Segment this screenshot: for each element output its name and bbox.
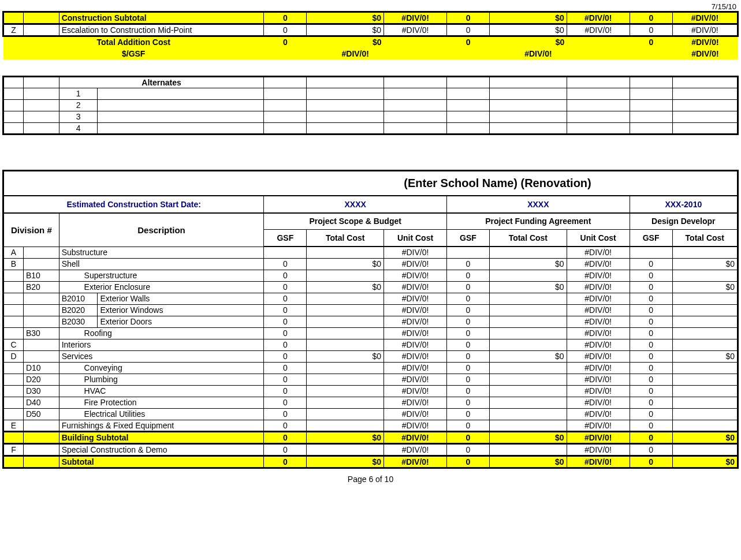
cell (23, 304, 59, 316)
cell: B2020 (59, 304, 98, 316)
cell: 0 (630, 420, 672, 431)
cell (446, 247, 489, 258)
cell: #DIV/0! (384, 12, 447, 24)
cell (672, 316, 738, 327)
cell: 0 (264, 24, 307, 36)
cell: 0 (264, 304, 307, 316)
cell (23, 350, 59, 362)
construction-subtotal-label: Construction Subtotal (59, 12, 264, 24)
cell: 0 (264, 270, 307, 281)
cell (490, 443, 567, 456)
dd-header: Design Developr (630, 213, 738, 229)
cell: 0 (446, 362, 489, 374)
cell (672, 270, 738, 281)
cell: $0 (307, 281, 384, 293)
cell: Exterior Windows (98, 304, 264, 316)
cell: $0 (490, 24, 567, 36)
cell: $0 (307, 456, 384, 468)
alt-num: 2 (59, 99, 98, 111)
cell (490, 374, 567, 385)
cell: 0 (447, 36, 490, 48)
cell: 0 (446, 431, 489, 443)
cell: B20 (23, 281, 59, 293)
cell: 0 (446, 397, 489, 408)
cell: 0 (264, 327, 307, 339)
cell: D50 (23, 408, 59, 420)
cell: 0 (630, 431, 672, 443)
cell (307, 408, 384, 420)
cell (3, 385, 24, 397)
cell (307, 362, 384, 374)
cell: 0 (630, 374, 672, 385)
xxxx-2: XXXX (446, 196, 630, 213)
cell: $0 (672, 431, 738, 443)
cell: #DIV/0! (264, 48, 447, 59)
escalation-code: Z (3, 24, 24, 36)
cell: F (3, 443, 24, 456)
per-gsf-row: $/GSF #DIV/0! #DIV/0! #DIV/0! (3, 48, 738, 59)
cell (3, 316, 24, 327)
cell: B (3, 258, 24, 270)
table-row: D50 Electrical Utilities0#DIV/0!0#DIV/0!… (3, 408, 738, 420)
cell (23, 293, 59, 304)
cell (672, 443, 738, 456)
cell: $0 (307, 24, 384, 36)
cell: #DIV/0! (567, 408, 630, 420)
cell (307, 443, 384, 456)
table-row: ASubstructure#DIV/0!#DIV/0! (3, 247, 738, 258)
table-row: CInteriors0#DIV/0!0#DIV/0!0 (3, 339, 738, 350)
cell: #DIV/0! (567, 362, 630, 374)
cell: 0 (264, 374, 307, 385)
cell: #DIV/0! (567, 247, 630, 258)
cell: 0 (446, 270, 489, 281)
cell: $0 (490, 258, 567, 270)
cell (672, 293, 738, 304)
cell: #DIV/0! (567, 281, 630, 293)
table-row: B2020Exterior Windows0#DIV/0!0#DIV/0!0 (3, 304, 738, 316)
cell (307, 304, 384, 316)
cell (307, 374, 384, 385)
cell: #DIV/0! (672, 48, 738, 59)
cell (490, 304, 567, 316)
cell (672, 397, 738, 408)
cell: #DIV/0! (384, 270, 447, 281)
cell (23, 316, 59, 327)
cell: 0 (446, 258, 489, 270)
cell: 0 (264, 12, 307, 24)
cell: $0 (672, 281, 738, 293)
cell (630, 247, 672, 258)
cell: D10 (23, 362, 59, 374)
psb-header: Project Scope & Budget (264, 213, 447, 229)
table-row: B2010Exterior Walls0#DIV/0!0#DIV/0!0 (3, 293, 738, 304)
cell (3, 293, 24, 304)
cell (3, 408, 24, 420)
cell: #DIV/0! (567, 12, 630, 24)
cell: Exterior Enclosure (59, 281, 264, 293)
cell: #DIV/0! (384, 258, 447, 270)
cell: 0 (264, 431, 307, 443)
table-row: DServices0$0#DIV/0!0$0#DIV/0!0$0 (3, 350, 738, 362)
cell: #DIV/0! (567, 270, 630, 281)
cell: #DIV/0! (384, 350, 447, 362)
cell: 0 (264, 362, 307, 374)
cell: 0 (630, 456, 672, 468)
description-header: Description (59, 213, 264, 247)
cell (307, 420, 384, 431)
cell: 0 (264, 258, 307, 270)
alternates-table: Alternates 1 2 3 4 (2, 76, 739, 135)
cell: 0 (630, 36, 672, 48)
cell: 0 (630, 339, 672, 350)
cell: #DIV/0! (447, 48, 630, 59)
escalation-row: Z Escalation to Construction Mid-Point 0… (3, 24, 738, 36)
cell: $0 (490, 456, 567, 468)
alternates-header-row: Alternates (3, 76, 738, 88)
table-row: D40 Fire Protection0#DIV/0!0#DIV/0!0 (3, 397, 738, 408)
alt-row-2: 2 (3, 99, 738, 111)
cell: 0 (446, 385, 489, 397)
cell: $0 (490, 281, 567, 293)
cell (490, 316, 567, 327)
cell: 0 (264, 443, 307, 456)
cell: #DIV/0! (384, 339, 447, 350)
table-row: D20 Plumbing0#DIV/0!0#DIV/0!0 (3, 374, 738, 385)
row-f: F Special Construction & Demo 0 #DIV/0! … (3, 443, 738, 456)
